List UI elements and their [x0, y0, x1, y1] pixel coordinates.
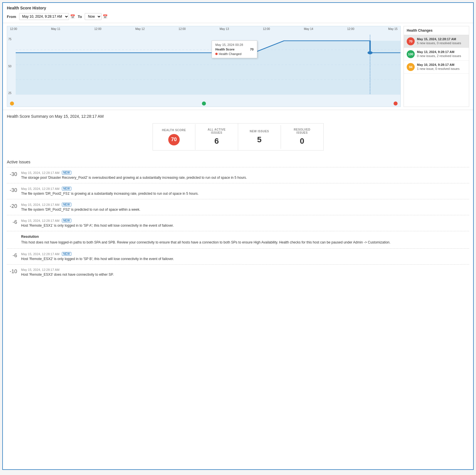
- chart-section: 12:00 May 11 12:00 May 12 12:00 May 13 1…: [3, 23, 473, 110]
- metric-resolved-issues: RESOLVED ISSUES 0: [281, 123, 323, 150]
- date-filter-row: From May 10, 2024, 9:28:17 AM 📅 To Now 📅: [3, 12, 473, 23]
- issue-text-5: Host 'Remote_ESX3' does not have connect…: [21, 273, 469, 277]
- x-label-6: 12:00: [263, 27, 270, 31]
- x-label-8: 12:00: [347, 27, 354, 31]
- issue-details-5: May 15, 2024, 12:28:17 AM Host 'Remote_E…: [21, 268, 469, 277]
- issue-new-badge-0: NEW: [62, 171, 71, 174]
- chart-tooltip: May 15, 2024 00:28 Health Score 70 Healt…: [212, 40, 257, 58]
- issue-text-1: The file system 'DR_Pool2_FS1' is growin…: [21, 192, 469, 196]
- tooltip-date: May 15, 2024 00:28: [215, 43, 254, 46]
- metric-health-score: HEALTH SCORE 70: [153, 124, 196, 150]
- to-calendar-icon[interactable]: 📅: [103, 14, 108, 19]
- x-label-9: May 15: [388, 27, 398, 31]
- x-label-0: 12:00: [10, 27, 17, 31]
- hc-desc-1: 0 new issues, 2 resolved issues: [417, 54, 461, 58]
- hc-badge-0: 70: [407, 37, 415, 45]
- x-label-3: May 12: [135, 27, 145, 31]
- hc-badge-2: 94: [407, 63, 415, 71]
- metric-value-active: 6: [214, 137, 219, 146]
- hc-date-1: May 13, 2024, 9:28:17 AM: [417, 50, 461, 54]
- y-label-25: 25: [8, 92, 11, 95]
- from-calendar-icon[interactable]: 📅: [70, 14, 75, 19]
- issue-text-2: The file system 'DR_Pool2_FS2' is predic…: [21, 208, 469, 212]
- summary-title: Health Score Summary on May 15, 2024, 12…: [7, 114, 469, 119]
- tooltip-score-row: Health Score 70: [215, 48, 254, 51]
- issue-meta-0: May 15, 2024, 12:28:17 AM NEW: [21, 171, 469, 174]
- hc-desc-2: 1 new issue, 0 resolved issues: [417, 67, 459, 70]
- y-label-75: 75: [8, 38, 11, 41]
- issue-text-0: The storage pool 'Disaster Recovery_Pool…: [21, 176, 469, 180]
- issue-item-0: -30 May 15, 2024, 12:28:17 AM NEW The st…: [7, 167, 469, 183]
- issue-text-3: Host 'Remote_ESX1' is only logged in to …: [21, 224, 469, 228]
- dot-green[interactable]: [202, 102, 206, 105]
- health-change-item-0[interactable]: 70 May 15, 2024, 12:28:17 AM 5 new issue…: [404, 35, 469, 48]
- issue-details-3: May 15, 2024, 12:28:17 AM NEW Host 'Remo…: [21, 219, 469, 228]
- issue-score-2: -20: [7, 203, 17, 209]
- issue-score-3: -6: [7, 219, 17, 225]
- issue-new-badge-2: NEW: [62, 203, 71, 206]
- hc-desc-0: 5 new issues, 0 resolved issues: [417, 41, 461, 45]
- resolution-block-3: Resolution This host does not have logge…: [7, 231, 469, 248]
- issue-date-0: May 15, 2024, 12:28:17 AM: [21, 171, 60, 174]
- chart-x-labels: 12:00 May 11 12:00 May 12 12:00 May 13 1…: [7, 27, 400, 31]
- metric-value-resolved: 0: [300, 137, 304, 146]
- summary-section: Health Score Summary on May 15, 2024, 12…: [3, 110, 473, 158]
- issue-details-2: May 15, 2024, 12:28:17 AM NEW The file s…: [21, 203, 469, 212]
- tooltip-score-label: Health Score: [215, 48, 234, 51]
- health-change-item-1[interactable]: 100 May 13, 2024, 9:28:17 AM 0 new issue…: [404, 48, 469, 61]
- dot-yellow[interactable]: [10, 102, 14, 105]
- chart-line-svg: [16, 35, 400, 95]
- issue-item-1: -30 May 15, 2024, 12:28:17 AM NEW The fi…: [7, 183, 469, 199]
- x-label-7: May 14: [304, 27, 313, 31]
- tooltip-changed-label: Health Changed: [219, 52, 242, 56]
- tooltip-changed: Health Changed: [215, 52, 254, 56]
- metric-label-0: HEALTH SCORE: [162, 129, 186, 132]
- issue-new-badge-3: NEW: [62, 219, 71, 222]
- issue-item-3: -6 May 15, 2024, 12:28:17 AM NEW Host 'R…: [7, 215, 469, 231]
- svg-marker-3: [16, 41, 400, 95]
- issue-meta-5: May 15, 2024, 12:28:17 AM: [21, 268, 469, 271]
- summary-metrics: HEALTH SCORE 70 ALL ACTIVE ISSUES 6 NEW …: [153, 123, 324, 151]
- issue-meta-4: May 15, 2024, 12:28:17 AM NEW: [21, 252, 469, 256]
- metric-label-3: RESOLVED ISSUES: [289, 128, 315, 134]
- metric-value-new: 5: [257, 135, 262, 144]
- chart-dots-row: [7, 100, 400, 107]
- health-changes-title: Health Changes: [404, 26, 469, 35]
- main-container: Health Score History From May 10, 2024, …: [2, 2, 474, 470]
- resolution-text-3: This host does not have logged-in paths …: [21, 240, 469, 245]
- issue-details-4: May 15, 2024, 12:28:17 AM NEW Host 'Remo…: [21, 252, 469, 261]
- to-date-select[interactable]: Now: [85, 13, 102, 20]
- issue-score-1: -30: [7, 187, 17, 193]
- health-change-item-2[interactable]: 94 May 10, 2024, 9:28:17 AM 1 new issue,…: [404, 61, 469, 74]
- to-date-wrap: Now 📅: [85, 13, 108, 20]
- issue-score-4: -6: [7, 252, 17, 259]
- x-label-5: May 13: [220, 27, 229, 31]
- metric-value-score: 70: [168, 134, 180, 145]
- tooltip-score-value: 70: [250, 48, 254, 51]
- issue-item-5: -10 May 15, 2024, 12:28:17 AM Host 'Remo…: [7, 264, 469, 280]
- x-label-1: May 11: [51, 27, 60, 31]
- metric-active-issues: ALL ACTIVE ISSUES 6: [195, 123, 238, 150]
- issue-text-4: Host 'Remote_ESX2' is only logged in to …: [21, 257, 469, 261]
- issue-item-4: -6 May 15, 2024, 12:28:17 AM NEW Host 'R…: [7, 248, 469, 264]
- issue-meta-1: May 15, 2024, 12:28:17 AM NEW: [21, 187, 469, 190]
- svg-point-6: [368, 51, 373, 54]
- issue-date-5: May 15, 2024, 12:28:17 AM: [21, 268, 60, 271]
- hc-info-1: May 13, 2024, 9:28:17 AM 0 new issues, 2…: [417, 50, 461, 58]
- page-title: Health Score History: [3, 3, 473, 12]
- to-label: To: [78, 15, 82, 19]
- from-date-select[interactable]: May 10, 2024, 9:28:17 AM: [19, 13, 69, 20]
- issue-date-2: May 15, 2024, 12:28:17 AM: [21, 203, 60, 206]
- hc-date-2: May 10, 2024, 9:28:17 AM: [417, 63, 459, 66]
- dot-red[interactable]: [394, 102, 398, 105]
- metric-label-2: NEW ISSUES: [250, 130, 269, 133]
- from-label: From: [7, 15, 16, 19]
- issue-meta-2: May 15, 2024, 12:28:17 AM NEW: [21, 203, 469, 206]
- issue-score-0: -30: [7, 171, 17, 177]
- issue-item-2: -20 May 15, 2024, 12:28:17 AM NEW The fi…: [7, 199, 469, 215]
- hc-date-0: May 15, 2024, 12:28:17 AM: [417, 37, 461, 41]
- active-issues-section: Active Issues -30 May 15, 2024, 12:28:17…: [3, 158, 473, 282]
- hc-info-2: May 10, 2024, 9:28:17 AM 1 new issue, 0 …: [417, 63, 459, 70]
- x-label-2: 12:00: [94, 27, 102, 31]
- health-changes-panel: Health Changes 70 May 15, 2024, 12:28:17…: [404, 26, 469, 107]
